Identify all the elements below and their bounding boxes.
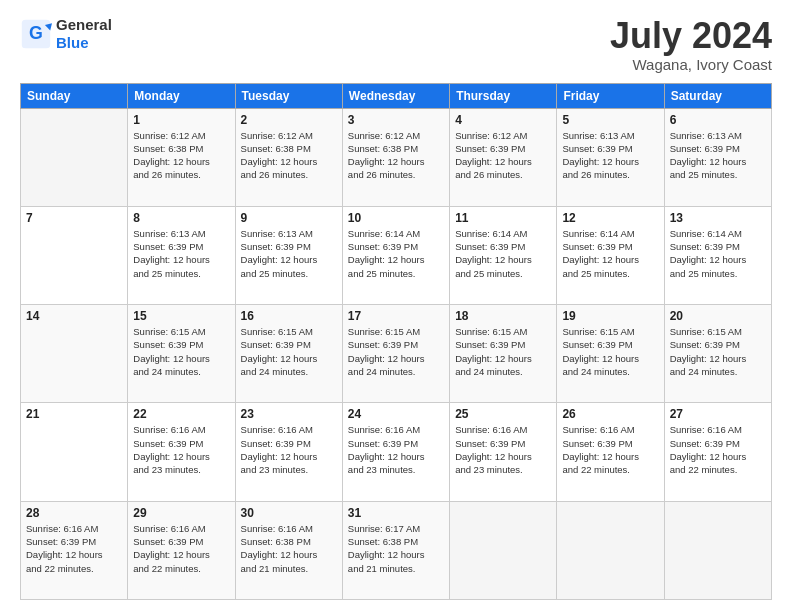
day-info: Sunrise: 6:13 AM Sunset: 6:39 PM Dayligh… [133,227,229,280]
day-info: Sunrise: 6:17 AM Sunset: 6:38 PM Dayligh… [348,522,444,575]
calendar-cell: 2Sunrise: 6:12 AM Sunset: 6:38 PM Daylig… [235,108,342,206]
calendar-cell: 8Sunrise: 6:13 AM Sunset: 6:39 PM Daylig… [128,206,235,304]
day-info: Sunrise: 6:14 AM Sunset: 6:39 PM Dayligh… [562,227,658,280]
calendar-header-sunday: Sunday [21,83,128,108]
calendar-header-row: SundayMondayTuesdayWednesdayThursdayFrid… [21,83,772,108]
day-number: 23 [241,407,337,421]
calendar-cell: 20Sunrise: 6:15 AM Sunset: 6:39 PM Dayli… [664,305,771,403]
calendar-header-thursday: Thursday [450,83,557,108]
calendar-cell: 10Sunrise: 6:14 AM Sunset: 6:39 PM Dayli… [342,206,449,304]
calendar-cell: 26Sunrise: 6:16 AM Sunset: 6:39 PM Dayli… [557,403,664,501]
day-number: 31 [348,506,444,520]
day-number: 11 [455,211,551,225]
calendar-cell: 23Sunrise: 6:16 AM Sunset: 6:39 PM Dayli… [235,403,342,501]
calendar-cell: 24Sunrise: 6:16 AM Sunset: 6:39 PM Dayli… [342,403,449,501]
calendar-week-row: 1Sunrise: 6:12 AM Sunset: 6:38 PM Daylig… [21,108,772,206]
location: Wagana, Ivory Coast [610,56,772,73]
day-info: Sunrise: 6:16 AM Sunset: 6:39 PM Dayligh… [562,423,658,476]
calendar-cell: 9Sunrise: 6:13 AM Sunset: 6:39 PM Daylig… [235,206,342,304]
title-block: July 2024 Wagana, Ivory Coast [610,16,772,73]
calendar-cell [664,501,771,599]
day-info: Sunrise: 6:13 AM Sunset: 6:39 PM Dayligh… [562,129,658,182]
calendar-cell: 3Sunrise: 6:12 AM Sunset: 6:38 PM Daylig… [342,108,449,206]
day-info: Sunrise: 6:15 AM Sunset: 6:39 PM Dayligh… [670,325,766,378]
calendar-header-friday: Friday [557,83,664,108]
day-number: 2 [241,113,337,127]
calendar-cell [557,501,664,599]
calendar-cell: 27Sunrise: 6:16 AM Sunset: 6:39 PM Dayli… [664,403,771,501]
calendar-cell: 14 [21,305,128,403]
calendar-cell: 12Sunrise: 6:14 AM Sunset: 6:39 PM Dayli… [557,206,664,304]
day-number: 10 [348,211,444,225]
calendar-cell: 11Sunrise: 6:14 AM Sunset: 6:39 PM Dayli… [450,206,557,304]
day-number: 28 [26,506,122,520]
day-number: 12 [562,211,658,225]
day-info: Sunrise: 6:15 AM Sunset: 6:39 PM Dayligh… [241,325,337,378]
day-number: 8 [133,211,229,225]
day-number: 18 [455,309,551,323]
calendar-cell [450,501,557,599]
calendar-header-monday: Monday [128,83,235,108]
calendar-cell [21,108,128,206]
calendar-cell: 19Sunrise: 6:15 AM Sunset: 6:39 PM Dayli… [557,305,664,403]
day-info: Sunrise: 6:16 AM Sunset: 6:39 PM Dayligh… [670,423,766,476]
calendar-cell: 5Sunrise: 6:13 AM Sunset: 6:39 PM Daylig… [557,108,664,206]
calendar-table: SundayMondayTuesdayWednesdayThursdayFrid… [20,83,772,600]
page: G General Blue July 2024 Wagana, Ivory C… [0,0,792,612]
calendar-header-tuesday: Tuesday [235,83,342,108]
calendar-cell: 28Sunrise: 6:16 AM Sunset: 6:39 PM Dayli… [21,501,128,599]
day-info: Sunrise: 6:15 AM Sunset: 6:39 PM Dayligh… [455,325,551,378]
day-number: 22 [133,407,229,421]
calendar-header-wednesday: Wednesday [342,83,449,108]
day-info: Sunrise: 6:12 AM Sunset: 6:38 PM Dayligh… [133,129,229,182]
calendar-cell: 4Sunrise: 6:12 AM Sunset: 6:39 PM Daylig… [450,108,557,206]
day-number: 16 [241,309,337,323]
day-info: Sunrise: 6:16 AM Sunset: 6:39 PM Dayligh… [133,423,229,476]
calendar-week-row: 2122Sunrise: 6:16 AM Sunset: 6:39 PM Day… [21,403,772,501]
day-number: 3 [348,113,444,127]
day-info: Sunrise: 6:16 AM Sunset: 6:39 PM Dayligh… [241,423,337,476]
day-info: Sunrise: 6:16 AM Sunset: 6:38 PM Dayligh… [241,522,337,575]
calendar-cell: 7 [21,206,128,304]
day-number: 5 [562,113,658,127]
calendar-cell: 16Sunrise: 6:15 AM Sunset: 6:39 PM Dayli… [235,305,342,403]
day-number: 9 [241,211,337,225]
day-info: Sunrise: 6:14 AM Sunset: 6:39 PM Dayligh… [455,227,551,280]
day-info: Sunrise: 6:15 AM Sunset: 6:39 PM Dayligh… [348,325,444,378]
logo: G General Blue [20,16,112,52]
calendar-cell: 13Sunrise: 6:14 AM Sunset: 6:39 PM Dayli… [664,206,771,304]
day-number: 1 [133,113,229,127]
calendar-cell: 29Sunrise: 6:16 AM Sunset: 6:39 PM Dayli… [128,501,235,599]
day-info: Sunrise: 6:13 AM Sunset: 6:39 PM Dayligh… [241,227,337,280]
header: G General Blue July 2024 Wagana, Ivory C… [20,16,772,73]
day-number: 17 [348,309,444,323]
month-title: July 2024 [610,16,772,56]
day-info: Sunrise: 6:16 AM Sunset: 6:39 PM Dayligh… [26,522,122,575]
calendar-cell: 30Sunrise: 6:16 AM Sunset: 6:38 PM Dayli… [235,501,342,599]
calendar-cell: 25Sunrise: 6:16 AM Sunset: 6:39 PM Dayli… [450,403,557,501]
logo-icon: G [20,18,52,50]
day-number: 15 [133,309,229,323]
calendar-cell: 18Sunrise: 6:15 AM Sunset: 6:39 PM Dayli… [450,305,557,403]
logo-text: General Blue [56,16,112,52]
day-number: 20 [670,309,766,323]
day-number: 7 [26,211,122,225]
calendar-week-row: 78Sunrise: 6:13 AM Sunset: 6:39 PM Dayli… [21,206,772,304]
day-info: Sunrise: 6:13 AM Sunset: 6:39 PM Dayligh… [670,129,766,182]
day-number: 13 [670,211,766,225]
calendar-cell: 15Sunrise: 6:15 AM Sunset: 6:39 PM Dayli… [128,305,235,403]
day-info: Sunrise: 6:12 AM Sunset: 6:38 PM Dayligh… [348,129,444,182]
calendar-cell: 1Sunrise: 6:12 AM Sunset: 6:38 PM Daylig… [128,108,235,206]
day-info: Sunrise: 6:16 AM Sunset: 6:39 PM Dayligh… [348,423,444,476]
day-number: 6 [670,113,766,127]
calendar-cell: 17Sunrise: 6:15 AM Sunset: 6:39 PM Dayli… [342,305,449,403]
day-number: 24 [348,407,444,421]
day-number: 27 [670,407,766,421]
day-info: Sunrise: 6:12 AM Sunset: 6:38 PM Dayligh… [241,129,337,182]
calendar-week-row: 28Sunrise: 6:16 AM Sunset: 6:39 PM Dayli… [21,501,772,599]
svg-text:G: G [29,23,43,43]
day-number: 19 [562,309,658,323]
day-number: 29 [133,506,229,520]
day-info: Sunrise: 6:15 AM Sunset: 6:39 PM Dayligh… [562,325,658,378]
calendar-cell: 6Sunrise: 6:13 AM Sunset: 6:39 PM Daylig… [664,108,771,206]
